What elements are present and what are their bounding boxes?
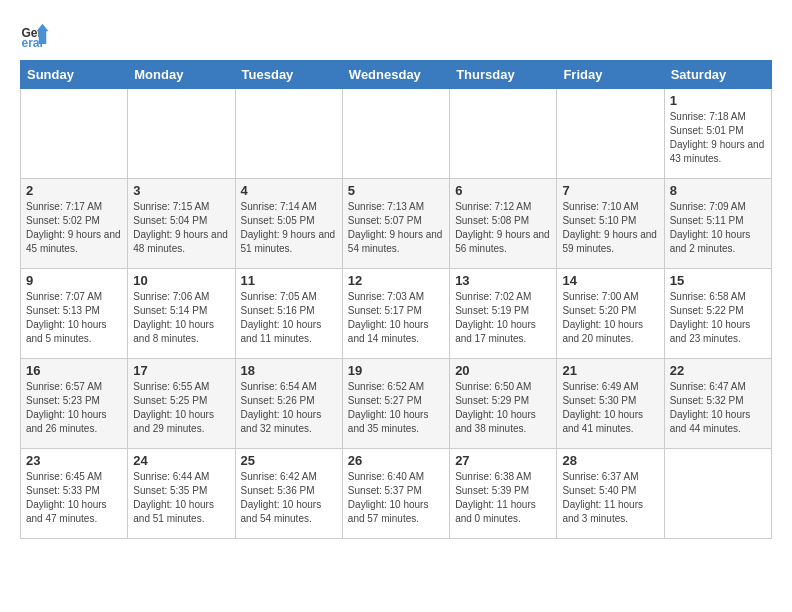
- calendar-cell: 3Sunrise: 7:15 AM Sunset: 5:04 PM Daylig…: [128, 179, 235, 269]
- day-info: Sunrise: 6:37 AM Sunset: 5:40 PM Dayligh…: [562, 470, 658, 526]
- day-number: 16: [26, 363, 122, 378]
- calendar-cell: [235, 89, 342, 179]
- calendar-cell: 6Sunrise: 7:12 AM Sunset: 5:08 PM Daylig…: [450, 179, 557, 269]
- weekday-header: Wednesday: [342, 61, 449, 89]
- calendar-cell: 7Sunrise: 7:10 AM Sunset: 5:10 PM Daylig…: [557, 179, 664, 269]
- day-info: Sunrise: 7:14 AM Sunset: 5:05 PM Dayligh…: [241, 200, 337, 256]
- day-number: 27: [455, 453, 551, 468]
- calendar-cell: 12Sunrise: 7:03 AM Sunset: 5:17 PM Dayli…: [342, 269, 449, 359]
- day-number: 13: [455, 273, 551, 288]
- calendar-cell: 17Sunrise: 6:55 AM Sunset: 5:25 PM Dayli…: [128, 359, 235, 449]
- day-info: Sunrise: 7:00 AM Sunset: 5:20 PM Dayligh…: [562, 290, 658, 346]
- day-number: 22: [670, 363, 766, 378]
- day-number: 14: [562, 273, 658, 288]
- calendar-week-row: 23Sunrise: 6:45 AM Sunset: 5:33 PM Dayli…: [21, 449, 772, 539]
- calendar-cell: [450, 89, 557, 179]
- day-info: Sunrise: 6:45 AM Sunset: 5:33 PM Dayligh…: [26, 470, 122, 526]
- calendar-cell: 8Sunrise: 7:09 AM Sunset: 5:11 PM Daylig…: [664, 179, 771, 269]
- day-info: Sunrise: 7:06 AM Sunset: 5:14 PM Dayligh…: [133, 290, 229, 346]
- day-info: Sunrise: 6:47 AM Sunset: 5:32 PM Dayligh…: [670, 380, 766, 436]
- day-number: 17: [133, 363, 229, 378]
- day-info: Sunrise: 6:57 AM Sunset: 5:23 PM Dayligh…: [26, 380, 122, 436]
- weekday-header: Thursday: [450, 61, 557, 89]
- calendar-table: SundayMondayTuesdayWednesdayThursdayFrid…: [20, 60, 772, 539]
- day-info: Sunrise: 7:18 AM Sunset: 5:01 PM Dayligh…: [670, 110, 766, 166]
- day-number: 10: [133, 273, 229, 288]
- weekday-header: Tuesday: [235, 61, 342, 89]
- calendar-week-row: 2Sunrise: 7:17 AM Sunset: 5:02 PM Daylig…: [21, 179, 772, 269]
- day-info: Sunrise: 6:42 AM Sunset: 5:36 PM Dayligh…: [241, 470, 337, 526]
- calendar-cell: [128, 89, 235, 179]
- calendar-cell: 13Sunrise: 7:02 AM Sunset: 5:19 PM Dayli…: [450, 269, 557, 359]
- day-number: 28: [562, 453, 658, 468]
- calendar-cell: 25Sunrise: 6:42 AM Sunset: 5:36 PM Dayli…: [235, 449, 342, 539]
- day-number: 20: [455, 363, 551, 378]
- day-info: Sunrise: 7:05 AM Sunset: 5:16 PM Dayligh…: [241, 290, 337, 346]
- calendar-cell: 23Sunrise: 6:45 AM Sunset: 5:33 PM Dayli…: [21, 449, 128, 539]
- day-number: 21: [562, 363, 658, 378]
- calendar-cell: 22Sunrise: 6:47 AM Sunset: 5:32 PM Dayli…: [664, 359, 771, 449]
- day-number: 9: [26, 273, 122, 288]
- day-info: Sunrise: 7:12 AM Sunset: 5:08 PM Dayligh…: [455, 200, 551, 256]
- day-info: Sunrise: 6:49 AM Sunset: 5:30 PM Dayligh…: [562, 380, 658, 436]
- day-number: 7: [562, 183, 658, 198]
- day-info: Sunrise: 7:15 AM Sunset: 5:04 PM Dayligh…: [133, 200, 229, 256]
- calendar-cell: 27Sunrise: 6:38 AM Sunset: 5:39 PM Dayli…: [450, 449, 557, 539]
- day-info: Sunrise: 6:52 AM Sunset: 5:27 PM Dayligh…: [348, 380, 444, 436]
- calendar-cell: 1Sunrise: 7:18 AM Sunset: 5:01 PM Daylig…: [664, 89, 771, 179]
- logo-icon: Gen eral: [20, 20, 50, 50]
- weekday-header: Saturday: [664, 61, 771, 89]
- day-number: 25: [241, 453, 337, 468]
- calendar-cell: 20Sunrise: 6:50 AM Sunset: 5:29 PM Dayli…: [450, 359, 557, 449]
- calendar-cell: [557, 89, 664, 179]
- day-info: Sunrise: 7:02 AM Sunset: 5:19 PM Dayligh…: [455, 290, 551, 346]
- day-info: Sunrise: 6:38 AM Sunset: 5:39 PM Dayligh…: [455, 470, 551, 526]
- day-info: Sunrise: 6:58 AM Sunset: 5:22 PM Dayligh…: [670, 290, 766, 346]
- day-number: 18: [241, 363, 337, 378]
- day-info: Sunrise: 6:40 AM Sunset: 5:37 PM Dayligh…: [348, 470, 444, 526]
- calendar-cell: 15Sunrise: 6:58 AM Sunset: 5:22 PM Dayli…: [664, 269, 771, 359]
- calendar-cell: 5Sunrise: 7:13 AM Sunset: 5:07 PM Daylig…: [342, 179, 449, 269]
- day-info: Sunrise: 6:54 AM Sunset: 5:26 PM Dayligh…: [241, 380, 337, 436]
- day-info: Sunrise: 6:44 AM Sunset: 5:35 PM Dayligh…: [133, 470, 229, 526]
- calendar-cell: 14Sunrise: 7:00 AM Sunset: 5:20 PM Dayli…: [557, 269, 664, 359]
- calendar-cell: [342, 89, 449, 179]
- day-number: 24: [133, 453, 229, 468]
- calendar-cell: [664, 449, 771, 539]
- day-number: 3: [133, 183, 229, 198]
- calendar-cell: 4Sunrise: 7:14 AM Sunset: 5:05 PM Daylig…: [235, 179, 342, 269]
- calendar-week-row: 16Sunrise: 6:57 AM Sunset: 5:23 PM Dayli…: [21, 359, 772, 449]
- day-number: 26: [348, 453, 444, 468]
- day-number: 6: [455, 183, 551, 198]
- calendar-body: 1Sunrise: 7:18 AM Sunset: 5:01 PM Daylig…: [21, 89, 772, 539]
- calendar-cell: 21Sunrise: 6:49 AM Sunset: 5:30 PM Dayli…: [557, 359, 664, 449]
- day-info: Sunrise: 7:10 AM Sunset: 5:10 PM Dayligh…: [562, 200, 658, 256]
- calendar-cell: 16Sunrise: 6:57 AM Sunset: 5:23 PM Dayli…: [21, 359, 128, 449]
- calendar-cell: 9Sunrise: 7:07 AM Sunset: 5:13 PM Daylig…: [21, 269, 128, 359]
- calendar-cell: 26Sunrise: 6:40 AM Sunset: 5:37 PM Dayli…: [342, 449, 449, 539]
- day-number: 2: [26, 183, 122, 198]
- calendar-cell: 11Sunrise: 7:05 AM Sunset: 5:16 PM Dayli…: [235, 269, 342, 359]
- calendar-cell: 2Sunrise: 7:17 AM Sunset: 5:02 PM Daylig…: [21, 179, 128, 269]
- calendar-cell: [21, 89, 128, 179]
- day-info: Sunrise: 7:13 AM Sunset: 5:07 PM Dayligh…: [348, 200, 444, 256]
- calendar-cell: 19Sunrise: 6:52 AM Sunset: 5:27 PM Dayli…: [342, 359, 449, 449]
- day-number: 8: [670, 183, 766, 198]
- weekday-header: Friday: [557, 61, 664, 89]
- day-number: 23: [26, 453, 122, 468]
- calendar-week-row: 1Sunrise: 7:18 AM Sunset: 5:01 PM Daylig…: [21, 89, 772, 179]
- day-info: Sunrise: 7:03 AM Sunset: 5:17 PM Dayligh…: [348, 290, 444, 346]
- header: Gen eral: [20, 20, 772, 50]
- day-info: Sunrise: 6:50 AM Sunset: 5:29 PM Dayligh…: [455, 380, 551, 436]
- calendar-header-row: SundayMondayTuesdayWednesdayThursdayFrid…: [21, 61, 772, 89]
- day-number: 19: [348, 363, 444, 378]
- calendar-cell: 24Sunrise: 6:44 AM Sunset: 5:35 PM Dayli…: [128, 449, 235, 539]
- day-number: 15: [670, 273, 766, 288]
- weekday-header: Monday: [128, 61, 235, 89]
- day-number: 1: [670, 93, 766, 108]
- day-number: 11: [241, 273, 337, 288]
- day-number: 4: [241, 183, 337, 198]
- day-number: 12: [348, 273, 444, 288]
- calendar-cell: 28Sunrise: 6:37 AM Sunset: 5:40 PM Dayli…: [557, 449, 664, 539]
- day-number: 5: [348, 183, 444, 198]
